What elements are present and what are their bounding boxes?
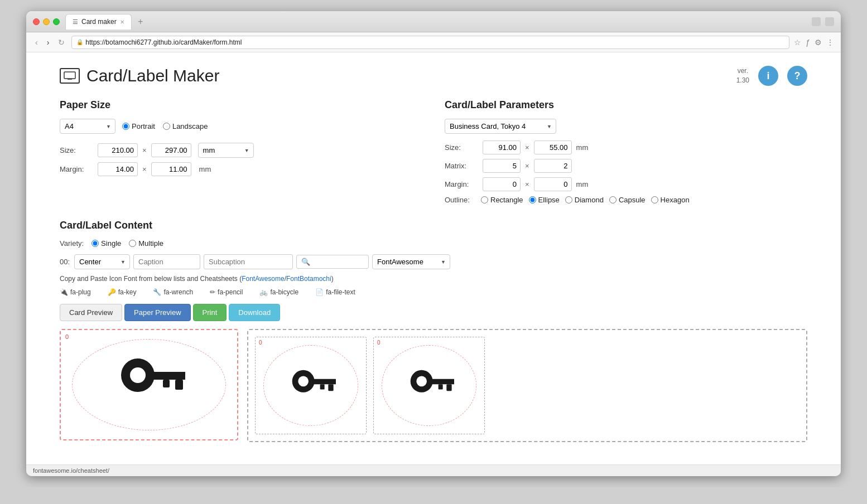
preset-select-wrapper: Business Card, Tokyo 4 Business Card, US…	[445, 119, 556, 134]
copy-hint: Copy and Paste Icon Font from below list…	[60, 275, 807, 283]
new-tab-button[interactable]: +	[134, 15, 147, 28]
orientation-group: Portrait Landscape	[122, 122, 208, 130]
size-width-input[interactable]	[98, 143, 138, 157]
header-right: ver.1.30 i ?	[736, 66, 807, 86]
size-height-input[interactable]	[151, 143, 191, 157]
paper-size-title: Paper Size	[60, 99, 422, 111]
single-radio-label[interactable]: Single	[91, 239, 121, 248]
single-radio[interactable]	[91, 240, 99, 247]
monitor-icon	[64, 71, 76, 80]
card-params-section: Card/Label Parameters Business Card, Tok…	[445, 99, 807, 204]
menu-icon[interactable]: ⋮	[826, 38, 834, 47]
tab-title: Card maker	[81, 18, 117, 26]
info-button[interactable]: i	[758, 66, 778, 86]
outline-ellipse-radio[interactable]	[529, 196, 536, 203]
search-icon: 🔍	[301, 258, 310, 266]
paper-size-section: Paper Size A4 A5 Letter Portrait	[60, 99, 422, 204]
caption-input[interactable]	[133, 254, 200, 269]
url-text: https://botamochi6277.github.io/cardMake…	[85, 38, 242, 46]
card-size-separator: ×	[525, 143, 529, 152]
minimize-button[interactable]	[43, 18, 50, 25]
page-content: Card/Label Maker ver.1.30 i ? Paper Size	[26, 52, 841, 464]
paper-size-select[interactable]: A4 A5 Letter	[60, 119, 115, 134]
user-icon[interactable]	[812, 17, 821, 26]
card-margin-y-input[interactable]	[534, 177, 572, 191]
variety-row: Variety: Single Multiple	[60, 239, 807, 248]
tab-icon: ☰	[73, 18, 78, 26]
tab-bar: ☰ Card maker ✕ +	[65, 14, 806, 30]
size-label: Size:	[60, 146, 93, 154]
variety-label: Variety:	[60, 239, 84, 248]
address-bar: ‹ › ↻ 🔒 https://botamochi6277.github.io/…	[26, 32, 841, 52]
url-bar[interactable]: 🔒 https://botamochi6277.github.io/cardMa…	[71, 36, 789, 49]
margin-width-input[interactable]	[98, 162, 138, 176]
card-height-input[interactable]	[534, 140, 572, 154]
paper-key-svg-1	[286, 362, 336, 407]
margin-unit: mm	[199, 165, 211, 173]
row-number: 00:	[60, 258, 71, 266]
multiple-radio[interactable]	[129, 240, 136, 247]
preset-select[interactable]: Business Card, Tokyo 4 Business Card, US…	[445, 119, 556, 134]
paper-preview-button[interactable]: Paper Preview	[124, 304, 191, 321]
settings-icon[interactable]: ⚙	[815, 38, 822, 47]
icon-list: 🔌 fa-plug 🔑 fa-key 🔧 fa-wrench ✏ fa-penc…	[60, 288, 807, 296]
card-size-row: Size: × mm	[445, 140, 807, 154]
fontawesome-link[interactable]: FontAwesome	[242, 275, 284, 283]
icon-search-box[interactable]: 🔍	[296, 255, 369, 269]
matrix-label: Matrix:	[445, 162, 478, 170]
maximize-button[interactable]	[53, 18, 60, 25]
outline-ellipse-label[interactable]: Ellipse	[529, 196, 560, 204]
card-params-title: Card/Label Parameters	[445, 99, 807, 111]
outline-capsule-label[interactable]: Capsule	[609, 196, 646, 204]
paper-card-2-key	[404, 362, 454, 409]
outline-rectangle-label[interactable]: Rectangle	[481, 196, 523, 204]
svg-rect-16	[446, 384, 451, 391]
outline-capsule-radio[interactable]	[609, 196, 616, 203]
download-button[interactable]: Download	[229, 304, 280, 321]
bookmark-icon[interactable]: ☆	[794, 38, 801, 47]
extension-icon[interactable]: ƒ	[806, 38, 810, 47]
outline-hexagon-label[interactable]: Hexagon	[651, 196, 690, 204]
outline-diamond-label[interactable]: Diamond	[565, 196, 604, 204]
landscape-radio[interactable]	[163, 123, 170, 130]
fontbotamochi-link[interactable]: FontBotamochi	[286, 275, 331, 283]
status-text: fontawesome.io/cheatsheet/	[33, 467, 109, 474]
portrait-radio-label[interactable]: Portrait	[122, 122, 155, 130]
subcaption-input[interactable]	[204, 254, 293, 269]
forward-button[interactable]: ›	[45, 37, 52, 48]
help-button[interactable]: ?	[787, 66, 807, 86]
outline-rectangle-radio[interactable]	[481, 196, 488, 203]
card-margin-x-input[interactable]	[483, 177, 521, 191]
card-preview-button[interactable]: Card Preview	[60, 304, 122, 321]
field-row: 00: Center Left Right 🔍 FontAwesome	[60, 254, 807, 269]
icon-item-plug: 🔌 fa-plug	[60, 288, 91, 296]
tab-close-icon[interactable]: ✕	[120, 19, 124, 25]
browser-titlebar: ☰ Card maker ✕ +	[26, 11, 841, 32]
matrix-rows-input[interactable]	[534, 159, 572, 173]
card-size-label: Size:	[445, 143, 478, 152]
card-width-input[interactable]	[483, 140, 521, 154]
refresh-button[interactable]: ↻	[56, 37, 67, 48]
outline-diamond-radio[interactable]	[565, 196, 572, 203]
matrix-cols-input[interactable]	[483, 159, 521, 173]
landscape-radio-label[interactable]: Landscape	[163, 122, 208, 130]
multiple-radio-label[interactable]: Multiple	[129, 239, 163, 248]
margin-row: Margin: × mm	[60, 162, 422, 176]
expand-icon[interactable]	[825, 17, 834, 26]
icon-item-bicycle: 🚲 fa-bicycle	[259, 288, 298, 296]
close-button[interactable]	[33, 18, 40, 25]
outline-hexagon-radio[interactable]	[651, 196, 658, 203]
outline-row: Outline: Rectangle Ellipse Diamond	[445, 196, 807, 204]
svg-point-9	[298, 376, 309, 386]
active-tab[interactable]: ☰ Card maker ✕	[65, 14, 132, 30]
align-select[interactable]: Center Left Right	[74, 254, 130, 269]
font-select[interactable]: FontAwesome FontBotamochi	[372, 254, 450, 269]
margin-height-input[interactable]	[151, 162, 191, 176]
version-text: ver.1.30	[736, 66, 749, 85]
back-button[interactable]: ‹	[33, 37, 40, 48]
portrait-radio[interactable]	[122, 123, 129, 130]
align-select-wrapper: Center Left Right	[74, 254, 130, 269]
print-button[interactable]: Print	[193, 304, 227, 321]
unit-select[interactable]: mm inch	[198, 143, 254, 158]
content-title: Card/Label Content	[60, 220, 807, 231]
